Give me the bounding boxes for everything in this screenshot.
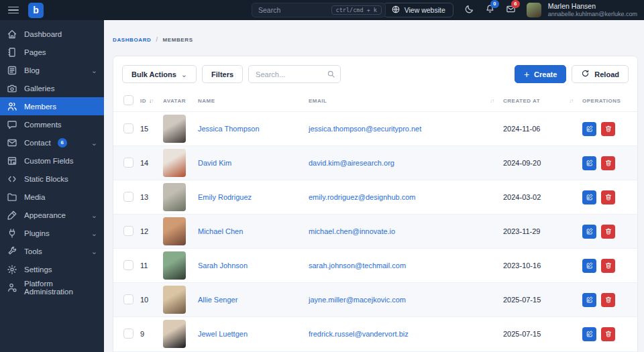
column-header-created-at[interactable]: CREATED AT ↓↑: [503, 92, 582, 112]
sidebar-item-platform-administration[interactable]: Platform Administration: [0, 278, 104, 296]
sidebar-item-comments[interactable]: Comments: [0, 115, 104, 133]
sidebar-item-galleries[interactable]: Galleries: [0, 79, 104, 97]
delete-button[interactable]: [601, 327, 615, 341]
brush-icon: [7, 210, 17, 221]
member-avatar: [163, 183, 186, 211]
column-header-operations: OPERATIONS: [582, 92, 637, 112]
member-email-link[interactable]: jessica.thompson@securitypro.net: [309, 125, 421, 133]
column-header-avatar: AVATAR: [163, 92, 198, 112]
members-table: ID↓↑ AVATAR NAME EMAIL ↓↑ CREATED AT ↓↑ …: [113, 92, 637, 351]
sidebar-item-appearance[interactable]: Appearance ⌄: [0, 206, 104, 224]
chevron-down-icon: ⌄: [91, 249, 97, 254]
member-id: 12: [140, 215, 163, 249]
row-checkbox[interactable]: [123, 329, 133, 339]
select-all-checkbox[interactable]: [123, 95, 133, 105]
row-checkbox[interactable]: [123, 226, 133, 236]
sidebar-item-label: Pages: [24, 48, 46, 56]
trash-icon: [604, 261, 612, 270]
breadcrumb-separator: /: [156, 36, 158, 43]
row-checkbox[interactable]: [123, 123, 133, 133]
edit-button[interactable]: [582, 122, 596, 136]
edit-button[interactable]: [582, 156, 596, 170]
member-name-link[interactable]: Jewel Luettgen: [198, 330, 248, 338]
messages-button[interactable]: 6: [506, 4, 516, 17]
edit-button[interactable]: [582, 225, 596, 239]
member-email-link[interactable]: david.kim@airesearch.org: [309, 159, 394, 167]
notifications-button[interactable]: 0: [485, 4, 495, 17]
member-email-link[interactable]: jayne.miller@macejkovic.com: [309, 296, 406, 304]
delete-button[interactable]: [601, 190, 615, 204]
sidebar-item-static-blocks[interactable]: Static Blocks: [0, 170, 104, 188]
refresh-icon: [581, 69, 590, 79]
member-email-link[interactable]: fredrick.russel@vandervort.biz: [309, 330, 409, 338]
delete-button[interactable]: [601, 156, 615, 170]
chevron-down-icon: ⌄: [91, 68, 97, 73]
trash-icon: [604, 159, 612, 167]
column-header-email[interactable]: EMAIL ↓↑: [309, 92, 503, 112]
reload-button[interactable]: Reload: [572, 65, 629, 83]
dark-mode-toggle[interactable]: [464, 4, 474, 17]
table-row: 15 Jessica Thompson jessica.thompson@sec…: [113, 112, 637, 146]
create-button[interactable]: + Create: [515, 65, 566, 83]
sidebar-item-custom-fields[interactable]: Custom Fields: [0, 152, 104, 170]
sidebar-item-settings[interactable]: Settings: [0, 260, 104, 278]
bulk-actions-button[interactable]: Bulk Actions ⌄: [122, 65, 197, 83]
sidebar-item-label: Platform Administration: [24, 280, 97, 296]
sidebar-item-contact[interactable]: Contact 6 ⌄: [0, 133, 104, 152]
sidebar-item-label: Plugins: [24, 229, 50, 237]
app-logo[interactable]: b: [28, 3, 44, 18]
edit-button[interactable]: [582, 259, 596, 273]
sidebar-item-pages[interactable]: Pages: [0, 43, 104, 61]
delete-button[interactable]: [601, 122, 615, 136]
member-email-link[interactable]: michael.chen@innovate.io: [309, 227, 395, 235]
member-name-link[interactable]: Jessica Thompson: [198, 125, 260, 133]
contact-count-badge: 6: [58, 138, 67, 148]
sidebar-item-blog[interactable]: Blog ⌄: [0, 61, 104, 79]
member-email-link[interactable]: sarah.johnson@techmail.com: [309, 261, 406, 270]
member-id: 15: [140, 112, 163, 146]
trash-icon: [604, 296, 612, 304]
delete-button[interactable]: [601, 259, 615, 273]
home-icon: [7, 29, 17, 40]
member-name-link[interactable]: Allie Senger: [198, 296, 237, 304]
pages-icon: [7, 47, 17, 58]
breadcrumb-current: MEMBERS: [163, 37, 193, 43]
breadcrumb: DASHBOARD / MEMBERS: [113, 36, 638, 43]
sidebar-item-tools[interactable]: Tools ⌄: [0, 242, 104, 260]
user-avatar[interactable]: [527, 3, 541, 17]
breadcrumb-dashboard-link[interactable]: DASHBOARD: [113, 37, 151, 43]
delete-button[interactable]: [601, 225, 615, 239]
topbar-search-input[interactable]: Search ctrl/cmd + k: [252, 3, 386, 17]
column-header-id[interactable]: ID↓↑: [140, 92, 163, 112]
comment-icon: [7, 119, 17, 130]
user-admin-icon: [7, 282, 17, 293]
member-id: 13: [140, 180, 163, 215]
member-email-link[interactable]: emily.rodriguez@designhub.com: [309, 193, 416, 201]
member-avatar: [163, 286, 186, 314]
member-name-link[interactable]: Emily Rodriguez: [198, 193, 252, 201]
edit-button[interactable]: [582, 190, 596, 204]
delete-button[interactable]: [601, 293, 615, 307]
column-header-name[interactable]: NAME: [198, 92, 309, 112]
member-name-link[interactable]: David Kim: [198, 159, 231, 167]
user-menu[interactable]: Marlen Hansen annabelle.kuhlman@kerluke.…: [548, 2, 637, 18]
view-website-button[interactable]: View website: [383, 3, 453, 17]
row-checkbox[interactable]: [123, 294, 133, 304]
sidebar-item-members[interactable]: Members: [0, 97, 104, 115]
edit-button[interactable]: [582, 293, 596, 307]
edit-button[interactable]: [582, 327, 596, 341]
member-name-link[interactable]: Michael Chen: [198, 227, 243, 235]
trash-icon: [604, 193, 612, 201]
row-checkbox[interactable]: [123, 158, 133, 168]
message-badge: 6: [511, 0, 520, 8]
chevron-down-icon: ⌄: [91, 231, 97, 236]
row-checkbox[interactable]: [123, 260, 133, 270]
sidebar-item-plugins[interactable]: Plugins ⌄: [0, 224, 104, 242]
row-checkbox[interactable]: [123, 192, 133, 202]
filters-button[interactable]: Filters: [202, 65, 243, 83]
menu-icon[interactable]: [8, 7, 19, 14]
member-name-link[interactable]: Sarah Johnson: [198, 261, 248, 270]
pencil-icon: [586, 261, 594, 270]
sidebar-item-media[interactable]: Media: [0, 188, 104, 206]
sidebar-item-dashboard[interactable]: Dashboard: [0, 25, 104, 43]
